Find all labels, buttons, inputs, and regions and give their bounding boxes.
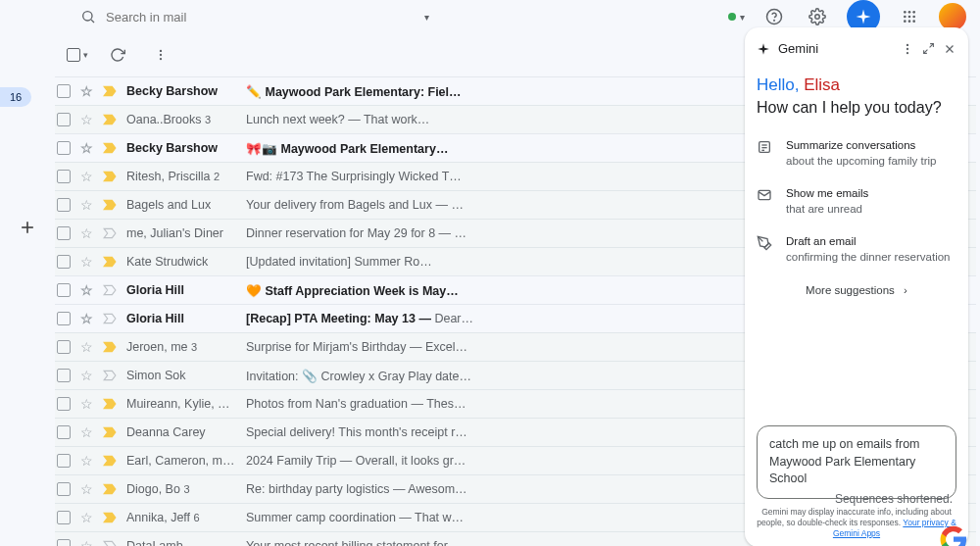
svg-point-7 xyxy=(912,11,915,14)
gemini-close-button[interactable] xyxy=(943,42,956,56)
importance-marker-icon[interactable] xyxy=(103,313,117,324)
star-icon[interactable]: ☆ xyxy=(80,225,93,241)
importance-marker-icon[interactable] xyxy=(103,370,117,381)
importance-marker-icon[interactable] xyxy=(103,256,117,268)
svg-point-8 xyxy=(904,16,906,19)
star-icon[interactable]: ☆ xyxy=(80,424,93,440)
star-icon[interactable]: ☆ xyxy=(80,140,93,156)
suggestion-item[interactable]: Summarize conversationsabout the upcomin… xyxy=(757,138,956,169)
sequences-note: Sequences shortened. xyxy=(835,492,953,506)
importance-marker-icon[interactable] xyxy=(103,540,117,546)
suggestion-sub: confirming the dinner reservation xyxy=(786,250,950,266)
svg-point-6 xyxy=(908,11,911,14)
svg-point-12 xyxy=(908,20,911,23)
row-checkbox[interactable] xyxy=(57,312,71,325)
row-checkbox[interactable] xyxy=(57,340,71,354)
row-sender: Simon Sok xyxy=(126,369,236,382)
greeting-hello: Hello, xyxy=(757,75,799,94)
star-icon[interactable]: ☆ xyxy=(80,112,93,127)
star-icon[interactable]: ☆ xyxy=(80,311,93,326)
sparkle-icon xyxy=(757,42,770,56)
star-icon[interactable]: ☆ xyxy=(80,368,93,383)
row-checkbox[interactable] xyxy=(57,283,71,297)
help-button[interactable] xyxy=(760,3,788,30)
suggestion-item[interactable]: Draft an emailconfirming the dinner rese… xyxy=(757,234,956,265)
search-input[interactable] xyxy=(106,10,415,25)
compose-button[interactable] xyxy=(10,210,45,245)
suggestion-title: Draft an email xyxy=(786,234,950,250)
importance-marker-icon[interactable] xyxy=(103,398,117,410)
star-icon[interactable]: ☆ xyxy=(80,396,93,412)
star-icon[interactable]: ☆ xyxy=(80,481,93,497)
apps-grid-button[interactable] xyxy=(896,3,923,30)
importance-marker-icon[interactable] xyxy=(103,85,117,97)
search-icon xyxy=(80,9,96,25)
select-all-checkbox[interactable]: ▾ xyxy=(67,48,88,62)
importance-marker-icon[interactable] xyxy=(103,483,117,495)
star-icon[interactable]: ☆ xyxy=(80,197,93,213)
more-menu-button[interactable] xyxy=(147,41,174,69)
svg-point-4 xyxy=(815,15,820,20)
row-checkbox[interactable] xyxy=(57,255,71,269)
greeting-name: Elisa xyxy=(804,75,840,94)
suggestion-sub: about the upcoming family trip xyxy=(786,154,936,170)
star-icon[interactable]: ☆ xyxy=(80,510,93,525)
star-icon[interactable]: ☆ xyxy=(80,282,93,298)
gemini-expand-button[interactable] xyxy=(922,42,935,55)
row-checkbox[interactable] xyxy=(57,170,71,183)
search-dropdown-icon[interactable]: ▾ xyxy=(424,12,429,23)
more-suggestions-button[interactable]: More suggestions › xyxy=(757,284,956,296)
row-sender: Oana..Brooks 3 xyxy=(126,113,236,126)
star-icon[interactable]: ☆ xyxy=(80,254,93,270)
refresh-button[interactable] xyxy=(104,41,131,69)
row-sender: Kate Strudwick xyxy=(126,255,236,269)
star-icon[interactable]: ☆ xyxy=(80,83,93,99)
importance-marker-icon[interactable] xyxy=(103,114,117,125)
svg-point-3 xyxy=(774,20,775,21)
star-icon[interactable]: ☆ xyxy=(80,169,93,184)
row-sender: Earl, Cameron, me 4 xyxy=(126,454,236,468)
gemini-menu-button[interactable] xyxy=(901,42,914,56)
importance-marker-icon[interactable] xyxy=(103,199,117,211)
importance-marker-icon[interactable] xyxy=(103,171,117,182)
row-checkbox[interactable] xyxy=(57,141,71,155)
row-sender: Becky Barshow xyxy=(126,141,236,155)
row-sender: Gloria Hill xyxy=(126,283,236,297)
settings-button[interactable] xyxy=(804,3,831,30)
gemini-input[interactable]: catch me up on emails from Maywood Park … xyxy=(757,425,956,499)
star-icon[interactable]: ☆ xyxy=(80,538,93,546)
importance-marker-icon[interactable] xyxy=(103,284,117,296)
svg-line-1 xyxy=(91,20,94,23)
importance-marker-icon[interactable] xyxy=(103,341,117,353)
row-checkbox[interactable] xyxy=(57,511,71,524)
svg-point-9 xyxy=(908,16,911,19)
row-checkbox[interactable] xyxy=(57,369,71,382)
row-checkbox[interactable] xyxy=(57,113,71,126)
row-sender: Deanna Carey xyxy=(126,425,236,439)
account-avatar[interactable] xyxy=(939,3,966,30)
row-checkbox[interactable] xyxy=(57,482,71,496)
row-checkbox[interactable] xyxy=(57,84,71,98)
row-checkbox[interactable] xyxy=(57,226,71,240)
presence-indicator[interactable]: ▾ xyxy=(728,12,745,23)
importance-marker-icon[interactable] xyxy=(103,455,117,467)
importance-marker-icon[interactable] xyxy=(103,227,117,239)
mail-icon xyxy=(757,187,774,203)
search-box[interactable]: ▾ xyxy=(69,1,441,32)
row-checkbox[interactable] xyxy=(57,454,71,468)
suggestion-title: Summarize conversations xyxy=(786,138,936,154)
row-sender: Gloria Hill xyxy=(126,312,236,325)
importance-marker-icon[interactable] xyxy=(103,426,117,438)
importance-marker-icon[interactable] xyxy=(103,512,117,523)
row-checkbox[interactable] xyxy=(57,539,71,546)
importance-marker-icon[interactable] xyxy=(103,142,117,154)
star-icon[interactable]: ☆ xyxy=(80,339,93,355)
svg-point-13 xyxy=(912,20,915,23)
row-checkbox[interactable] xyxy=(57,397,71,411)
nav-inbox-count[interactable]: 16 xyxy=(0,87,31,107)
row-checkbox[interactable] xyxy=(57,198,71,212)
row-checkbox[interactable] xyxy=(57,425,71,439)
star-icon[interactable]: ☆ xyxy=(80,453,93,469)
svg-point-18 xyxy=(160,58,162,60)
suggestion-item[interactable]: Show me emailsthat are unread xyxy=(757,186,956,217)
